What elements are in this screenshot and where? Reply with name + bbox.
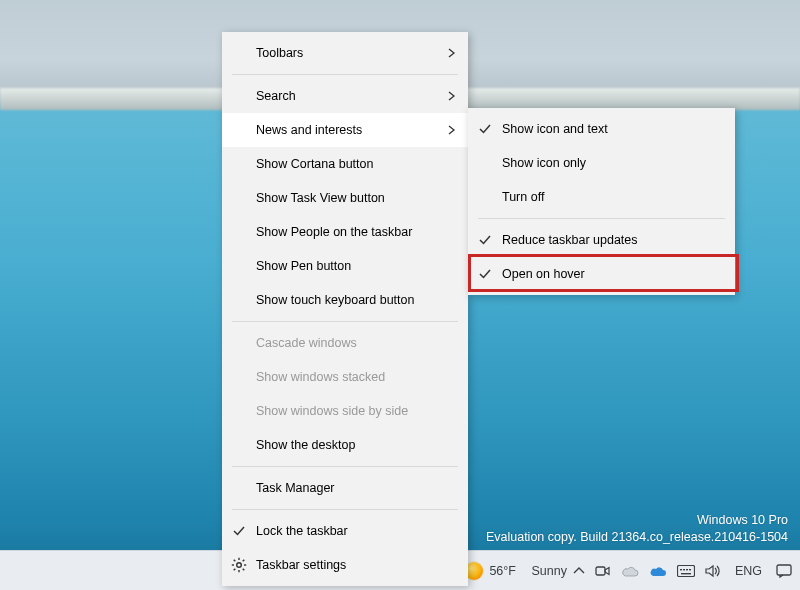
svg-line-16 [234, 569, 236, 571]
menu-item-cortana[interactable]: Show Cortana button [222, 147, 468, 181]
menu-item-label: Show windows side by side [256, 404, 408, 418]
menu-item-icontext[interactable]: Show icon and text [468, 112, 735, 146]
taskbar-context-menu: ToolbarsSearchNews and interestsShow Cor… [222, 32, 468, 586]
svg-rect-2 [681, 573, 691, 574]
menu-item-label: News and interests [256, 123, 362, 137]
menu-item-reduceupd[interactable]: Reduce taskbar updates [468, 223, 735, 257]
chevron-right-icon [448, 125, 456, 135]
chevron-right-icon [448, 48, 456, 58]
menu-item-news[interactable]: News and interests [222, 113, 468, 147]
weather-widget[interactable]: 56°F Sunny [465, 562, 566, 580]
menu-item-sidebyside: Show windows side by side [222, 394, 468, 428]
menu-item-label: Taskbar settings [256, 558, 346, 572]
menu-item-label: Show Cortana button [256, 157, 373, 171]
meet-now-icon[interactable] [595, 563, 611, 579]
menu-item-label: Toolbars [256, 46, 303, 60]
menu-separator [478, 218, 725, 219]
menu-item-label: Show windows stacked [256, 370, 385, 384]
menu-item-taskmgr[interactable]: Task Manager [222, 471, 468, 505]
tray-chevron-up-icon[interactable] [573, 565, 585, 577]
menu-item-settings[interactable]: Taskbar settings [222, 548, 468, 582]
svg-rect-3 [680, 569, 682, 570]
weather-temp: 56°F [489, 564, 516, 578]
check-icon [476, 231, 494, 249]
svg-rect-5 [686, 569, 688, 570]
weather-sunny-icon [465, 562, 483, 580]
menu-item-label: Show icon and text [502, 122, 608, 136]
menu-separator [232, 321, 458, 322]
action-center-icon[interactable] [776, 564, 792, 578]
weather-cond: Sunny [531, 564, 566, 578]
check-icon [476, 120, 494, 138]
menu-item-label: Turn off [502, 190, 544, 204]
menu-item-label: Reduce taskbar updates [502, 233, 638, 247]
menu-item-cascade: Cascade windows [222, 326, 468, 360]
system-tray: ENG [573, 563, 792, 579]
menu-item-toolbars[interactable]: Toolbars [222, 36, 468, 70]
menu-item-turnoff[interactable]: Turn off [468, 180, 735, 214]
menu-item-pen[interactable]: Show Pen button [222, 249, 468, 283]
menu-separator [232, 74, 458, 75]
svg-line-15 [243, 560, 245, 562]
menu-item-label: Show touch keyboard button [256, 293, 414, 307]
menu-item-label: Task Manager [256, 481, 335, 495]
menu-item-label: Cascade windows [256, 336, 357, 350]
menu-item-search[interactable]: Search [222, 79, 468, 113]
menu-item-icononly[interactable]: Show icon only [468, 146, 735, 180]
svg-line-14 [243, 569, 245, 571]
svg-point-8 [237, 563, 242, 568]
menu-item-people[interactable]: Show People on the taskbar [222, 215, 468, 249]
menu-item-label: Show Pen button [256, 259, 351, 273]
svg-rect-4 [683, 569, 685, 570]
watermark-line-2: Evaluation copy. Build 21364.co_release.… [486, 529, 788, 546]
menu-separator [232, 466, 458, 467]
svg-rect-0 [596, 567, 605, 575]
menu-item-label: Search [256, 89, 296, 103]
watermark-line-1: Windows 10 Pro [486, 512, 788, 529]
onedrive-icon[interactable] [621, 565, 639, 577]
menu-item-lock[interactable]: Lock the taskbar [222, 514, 468, 548]
menu-separator [232, 509, 458, 510]
menu-item-taskview[interactable]: Show Task View button [222, 181, 468, 215]
menu-item-touchkb[interactable]: Show touch keyboard button [222, 283, 468, 317]
svg-rect-1 [677, 565, 694, 576]
menu-item-label: Show icon only [502, 156, 586, 170]
check-icon [476, 265, 494, 283]
keyboard-icon[interactable] [677, 565, 695, 577]
menu-item-openhover[interactable]: Open on hover [468, 257, 735, 291]
volume-icon[interactable] [705, 564, 721, 578]
menu-item-label: Show People on the taskbar [256, 225, 412, 239]
svg-rect-6 [689, 569, 691, 570]
menu-item-stacked: Show windows stacked [222, 360, 468, 394]
svg-rect-7 [777, 565, 791, 575]
menu-item-showdesktop[interactable]: Show the desktop [222, 428, 468, 462]
check-icon [230, 522, 248, 540]
language-indicator[interactable]: ENG [731, 564, 766, 578]
menu-item-label: Lock the taskbar [256, 524, 348, 538]
menu-item-label: Show the desktop [256, 438, 355, 452]
gear-icon [230, 556, 248, 574]
menu-item-label: Show Task View button [256, 191, 385, 205]
onedrive-cloud-icon[interactable] [649, 565, 667, 577]
menu-item-label: Open on hover [502, 267, 585, 281]
evaluation-watermark: Windows 10 Pro Evaluation copy. Build 21… [486, 512, 788, 546]
svg-line-13 [234, 560, 236, 562]
news-interests-submenu: Show icon and textShow icon onlyTurn off… [468, 108, 735, 295]
chevron-right-icon [448, 91, 456, 101]
